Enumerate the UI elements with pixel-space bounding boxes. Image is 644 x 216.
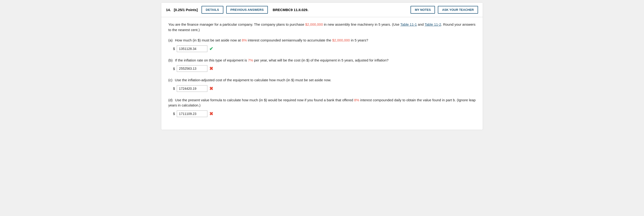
part-d-input-row: $ ✖ [173,110,476,117]
question-container: 14. [0.25/1 Points] DETAILS PREVIOUS ANS… [161,2,483,130]
part-d-label: (d) Use the present value formula to cal… [168,98,476,108]
my-notes-button[interactable]: MY NOTES [410,6,435,14]
part-c-incorrect-icon: ✖ [209,86,213,91]
part-d: (d) Use the present value formula to cal… [168,98,476,117]
intro-text: You are the finance manager for a partic… [168,22,476,33]
part-c-dollar: $ [173,86,175,90]
question-code: BRECMBC9 11.II.029. [272,8,308,12]
part-c-input-row: $ ✖ [173,85,476,92]
details-button[interactable]: DETAILS [202,6,224,14]
part-b: (b) If the inflation rate on this type o… [168,58,476,72]
part-b-input-row: $ ✖ [173,65,476,72]
part-d-incorrect-icon: ✖ [209,111,213,117]
part-c: (c) Use the inflation-adjusted cost of t… [168,78,476,92]
part-b-input[interactable] [177,65,207,72]
part-c-label: (c) Use the inflation-adjusted cost of t… [168,78,476,83]
part-a-input-row: $ ✔ [173,46,476,52]
part-b-incorrect-icon: ✖ [209,66,213,71]
ask-teacher-button[interactable]: ASK YOUR TEACHER [438,6,478,14]
table-11-2-link[interactable]: Table 11-2 [425,22,441,26]
part-a-label: (a) How much (in $) must be set aside no… [168,38,476,43]
part-a: (a) How much (in $) must be set aside no… [168,38,476,52]
part-c-input[interactable] [177,85,207,92]
part-b-label: (b) If the inflation rate on this type o… [168,58,476,63]
previous-answers-button[interactable]: PREVIOUS ANSWERS [226,6,268,14]
part-b-dollar: $ [173,67,175,71]
part-a-dollar: $ [173,47,175,51]
question-header: 14. [0.25/1 Points] DETAILS PREVIOUS ANS… [161,3,483,17]
part-d-dollar: $ [173,112,175,116]
question-body: You are the finance manager for a partic… [161,17,483,130]
part-a-input[interactable] [177,46,207,52]
part-d-input[interactable] [177,110,207,117]
part-a-correct-icon: ✔ [209,46,213,52]
question-number: 14. [0.25/1 Points] [166,8,198,12]
table-11-1-link[interactable]: Table 11-1 [400,22,417,26]
